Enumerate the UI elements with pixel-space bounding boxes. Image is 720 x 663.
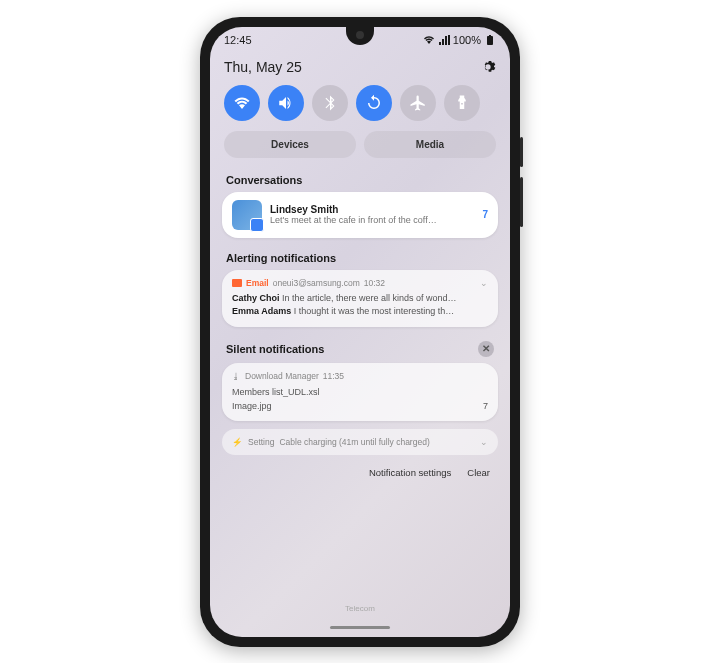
status-time: 12:45 xyxy=(224,34,252,46)
avatar xyxy=(232,200,262,230)
nav-handle[interactable] xyxy=(330,626,390,629)
email-card[interactable]: Email oneui3@samsung.com 10:32 ⌄ Cathy C… xyxy=(222,270,498,327)
qs-wifi[interactable] xyxy=(224,85,260,121)
charging-text: Cable charging (41m until fully charged) xyxy=(279,437,429,447)
qs-bluetooth[interactable] xyxy=(312,85,348,121)
close-icon[interactable]: ✕ xyxy=(478,341,494,357)
panel-header: Thu, May 25 xyxy=(210,53,510,83)
email-icon xyxy=(232,279,242,287)
airplane-icon xyxy=(409,94,427,112)
charging-app: Setting xyxy=(248,437,274,447)
download-icon: ⭳ xyxy=(232,371,241,381)
screen: 12:45 100% Thu, May 25 Devices Media Con… xyxy=(210,27,510,637)
download-card[interactable]: ⭳ Download Manager 11:35 Members list_UD… xyxy=(222,363,498,422)
signal-status-icon xyxy=(438,34,450,46)
clear-button[interactable]: Clear xyxy=(467,467,490,478)
conversation-card[interactable]: Lindsey Smith Let's meet at the cafe in … xyxy=(222,192,498,238)
wifi-status-icon xyxy=(423,34,435,46)
chevron-down-icon[interactable]: ⌄ xyxy=(480,437,488,447)
bolt-icon: ⚡ xyxy=(232,437,243,447)
qs-sound[interactable] xyxy=(268,85,304,121)
email-app-label: Email xyxy=(246,278,269,288)
email-time: 10:32 xyxy=(364,278,385,288)
conversations-title: Conversations xyxy=(210,168,510,192)
email-row: Emma Adams I thought it was the most int… xyxy=(232,305,488,319)
silent-title-row: Silent notifications ✕ xyxy=(210,335,510,363)
battery-status-icon xyxy=(484,34,496,46)
quick-settings-row xyxy=(210,83,510,131)
conv-badge: 7 xyxy=(482,209,488,220)
download-count: 7 xyxy=(483,399,488,413)
rotate-icon xyxy=(365,94,383,112)
side-button-2 xyxy=(520,177,523,227)
download-file: Image.jpg7 xyxy=(232,399,488,413)
alerting-title: Alerting notifications xyxy=(210,246,510,270)
conv-msg: Let's meet at the cafe in front of the c… xyxy=(270,215,474,225)
chevron-down-icon[interactable]: ⌄ xyxy=(480,278,488,288)
bluetooth-icon xyxy=(321,94,339,112)
download-app: Download Manager xyxy=(245,371,319,381)
charging-card[interactable]: ⚡ Setting Cable charging (41m until full… xyxy=(222,429,498,455)
silent-title: Silent notifications xyxy=(226,343,324,355)
devices-button[interactable]: Devices xyxy=(224,131,356,158)
flashlight-icon xyxy=(453,94,471,112)
settings-icon[interactable] xyxy=(480,59,496,75)
media-button[interactable]: Media xyxy=(364,131,496,158)
qs-rotate[interactable] xyxy=(356,85,392,121)
date-label: Thu, May 25 xyxy=(224,59,302,75)
button-row: Devices Media xyxy=(210,131,510,168)
qs-airplane[interactable] xyxy=(400,85,436,121)
carrier-label: Telecom xyxy=(210,604,510,613)
battery-pct: 100% xyxy=(453,34,481,46)
notification-settings-link[interactable]: Notification settings xyxy=(369,467,451,478)
wifi-icon xyxy=(233,94,251,112)
download-file: Members list_UDL.xsl xyxy=(232,385,488,399)
sound-icon xyxy=(277,94,295,112)
footer: Notification settings Clear xyxy=(210,463,510,482)
download-time: 11:35 xyxy=(323,371,344,381)
status-right: 100% xyxy=(423,34,496,46)
side-button-1 xyxy=(520,137,523,167)
qs-flashlight[interactable] xyxy=(444,85,480,121)
email-account: oneui3@samsung.com xyxy=(273,278,360,288)
phone-frame: 12:45 100% Thu, May 25 Devices Media Con… xyxy=(200,17,520,647)
email-row: Cathy Choi In the article, there were al… xyxy=(232,292,488,306)
conv-name: Lindsey Smith xyxy=(270,204,474,215)
